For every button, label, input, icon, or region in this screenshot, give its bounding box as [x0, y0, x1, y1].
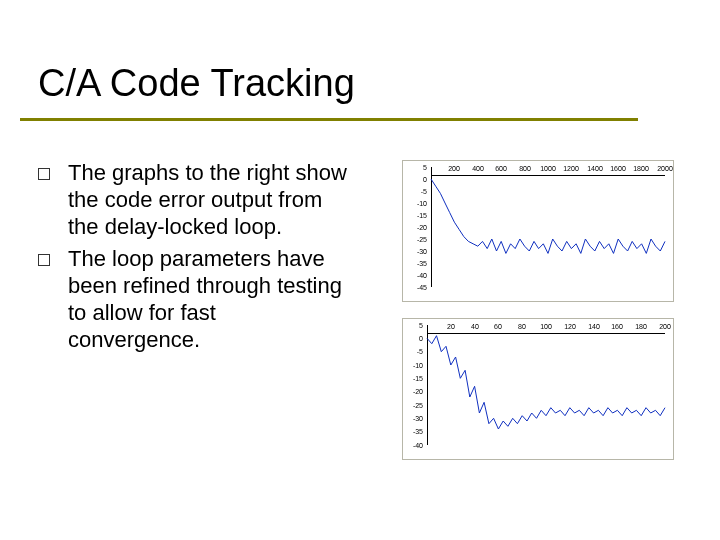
bullet-text: The graphs to the right show the code er…: [68, 160, 348, 240]
list-item: The loop parameters have been refined th…: [38, 246, 348, 353]
chart-bottom: 5 0 -5 -10 -15 -20 -25 -30 -35 -40 20 40…: [402, 318, 674, 460]
chart-trace: [403, 161, 673, 301]
chart-top: 5 0 -5 -10 -15 -20 -25 -30 -35 -40 -45 2…: [402, 160, 674, 302]
square-bullet-icon: [38, 168, 50, 180]
chart-trace: [403, 319, 673, 459]
slide: C/A Code Tracking The graphs to the righ…: [0, 0, 720, 540]
square-bullet-icon: [38, 254, 50, 266]
slide-title: C/A Code Tracking: [38, 62, 355, 105]
list-item: The graphs to the right show the code er…: [38, 160, 348, 240]
bullet-list: The graphs to the right show the code er…: [38, 160, 348, 360]
title-underline: [20, 118, 638, 121]
bullet-text: The loop parameters have been refined th…: [68, 246, 348, 353]
